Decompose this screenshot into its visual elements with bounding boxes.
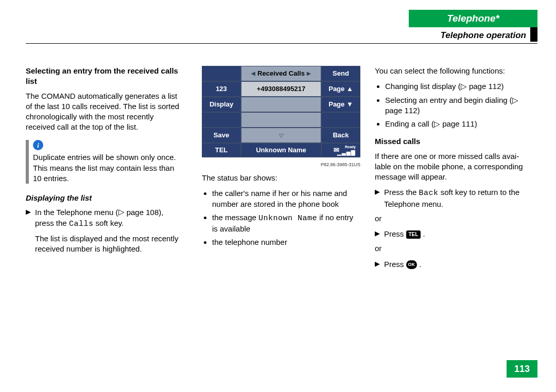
info-icon: i — [33, 140, 43, 150]
heading-selecting-entry: Selecting an entry from the received cal… — [26, 66, 184, 87]
header-bar-decoration — [530, 27, 537, 42]
left-arrow-icon: ◀ — [251, 70, 255, 77]
list-item: Ending a call (▷ page 111) — [385, 119, 529, 129]
list-item: Selecting an entry and begin dialing (▷ … — [385, 95, 529, 116]
column-2: ◀ Received Calls ▶ Send 123 +49308849521… — [202, 66, 360, 253]
list-item: the message Unknown Name if no entry is … — [212, 212, 360, 235]
softkey-back: Back — [321, 128, 360, 143]
softkey-empty — [202, 66, 241, 81]
part-number: P82.86-3985-31US — [202, 162, 360, 168]
paragraph: If there are one or more missed calls av… — [375, 151, 529, 183]
info-note: i Duplicate entries will be shown only o… — [26, 140, 184, 184]
spacer — [26, 234, 35, 255]
text: soft key. — [93, 219, 124, 227]
title-text: Received Calls — [257, 69, 305, 78]
step-arrow-icon: ▶ — [375, 187, 384, 209]
step: The list is displayed and the most recen… — [26, 234, 184, 255]
bullet-list: Changing list display (▷ page 112) Selec… — [375, 81, 529, 129]
bullet-list: the caller's name if her or his name and… — [202, 188, 360, 247]
softkey-display: Display — [202, 97, 241, 112]
signal-icon: ▁▃▅▇ — [337, 149, 356, 156]
step: ▶ In the Telephone menu (▷ page 108), pr… — [26, 207, 184, 229]
divider — [26, 43, 537, 44]
chapter-tab: Telephone* — [409, 10, 537, 27]
text: Press — [384, 260, 406, 269]
paragraph: You can select the following functions: — [375, 66, 529, 76]
softkey-name: Calls — [69, 220, 94, 228]
text: In the Telephone menu ( — [35, 208, 118, 217]
section-title: Telephone operation — [440, 30, 526, 41]
list-bottom: ▽ — [241, 128, 321, 143]
down-arrow-icon: ▽ — [279, 132, 283, 139]
paragraph: The status bar shows: — [202, 173, 360, 183]
tel-button-icon: TEL — [406, 230, 421, 239]
screen-title: ◀ Received Calls ▶ — [241, 66, 321, 81]
heading-displaying-list: Displaying the list — [26, 193, 184, 203]
mono-text: Unknown Name — [258, 214, 317, 223]
softkey-123: 123 — [202, 81, 241, 97]
ok-button-icon: OK — [406, 260, 418, 269]
info-bar-icon — [26, 140, 29, 184]
column-1: Selecting an entry from the received cal… — [26, 66, 184, 258]
device-screenshot: ◀ Received Calls ▶ Send 123 +49308849521… — [202, 66, 360, 157]
info-text: Duplicate entries will be shown only onc… — [33, 152, 184, 184]
step-arrow-icon: ▶ — [375, 229, 384, 239]
softkey-send: Send — [321, 66, 360, 81]
softkey-name: Back — [419, 189, 439, 198]
text: the message — [212, 213, 258, 222]
status-indicators: ✉ Ready ▁▃▅▇ — [321, 143, 360, 157]
or-separator: or — [375, 243, 529, 254]
status-name: Unknown Name — [241, 143, 321, 157]
paragraph: The COMAND automatically generates a lis… — [26, 91, 184, 133]
softkey-page-up: Page ▲ — [321, 81, 360, 97]
softkey-save: Save — [202, 128, 241, 143]
heading-missed-calls: Missed calls — [375, 136, 529, 147]
triangle-icon: ▷ — [118, 207, 125, 217]
step: ▶ Press OK . — [375, 259, 529, 270]
softkey-empty — [321, 112, 360, 128]
status-mode: TEL — [202, 143, 241, 157]
list-item: Changing list display (▷ page 112) — [385, 81, 529, 92]
page-number: 113 — [507, 360, 537, 378]
text: Press — [384, 229, 406, 238]
phone-number: +493088495217 — [241, 81, 321, 97]
step: ▶ Press the Back soft key to return to t… — [375, 187, 529, 209]
list-item: the caller's name if her or his name and… — [212, 188, 360, 209]
list-area — [241, 97, 321, 112]
right-arrow-icon: ▶ — [307, 70, 311, 77]
list-item: the telephone number — [212, 237, 360, 247]
step-arrow-icon: ▶ — [375, 259, 384, 270]
step-arrow-icon: ▶ — [26, 207, 35, 229]
softkey-empty — [202, 112, 241, 128]
list-area — [241, 112, 321, 128]
softkey-page-down: Page ▼ — [321, 97, 360, 112]
step: ▶ Press TEL . — [375, 229, 529, 239]
text: The list is displayed and the most recen… — [35, 234, 184, 255]
column-3: You can select the following functions: … — [375, 66, 529, 274]
text: Press the — [384, 188, 419, 197]
or-separator: or — [375, 213, 529, 224]
